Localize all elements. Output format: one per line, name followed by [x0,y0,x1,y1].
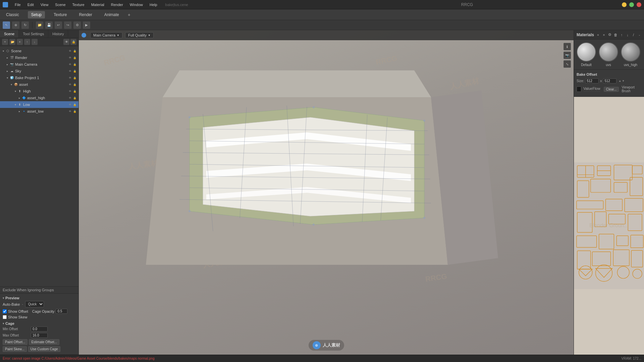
tree-lock-asset-high[interactable]: 🔒 [72,96,77,100]
tree-item-asset[interactable]: ▾ 📦 asset 👁 🔒 [0,81,78,88]
tree-eye-camera[interactable]: 👁 [68,62,72,67]
scene-tree-delete-btn[interactable]: × [17,39,23,45]
menu-window[interactable]: Window [127,2,146,7]
menu-edit[interactable]: Edit [25,2,37,7]
bake-size-up[interactable]: ▲ [619,79,621,82]
tree-item-asset-low[interactable]: ▸ 🔹 asset_low 👁 🔒 [0,108,78,115]
tab-classic[interactable]: Classic [3,11,22,18]
estimate-offset-button[interactable]: Estimate Offset... [29,339,59,345]
bake-color-swatch[interactable] [577,86,581,92]
scene-tree-eye-btn[interactable]: 👁 [63,39,69,45]
tree-lock-render[interactable]: 🔒 [72,55,77,60]
clear-button[interactable]: Clear... [604,87,619,92]
tree-lock-bake[interactable]: 🔒 [72,75,77,80]
minimize-button[interactable] [622,2,627,7]
tree-eye-low[interactable]: 👁 [68,102,72,107]
vp-info-btn[interactable]: ℹ [564,43,571,50]
tree-arrow-render[interactable]: ▸ [5,56,9,60]
cage-opacity-input[interactable]: 0.5 [56,309,67,314]
tree-lock-high[interactable]: 🔒 [72,89,77,94]
viewport-brush-btn[interactable]: Viewport Brush [622,85,641,93]
scene-tree-down-btn[interactable]: ↓ [32,39,38,45]
menu-texture[interactable]: Texture [70,2,87,7]
tree-eye-high[interactable]: 👁 [68,89,72,94]
scene-tree-lock-btn[interactable]: 🔒 [70,39,76,45]
redo-icon[interactable]: ↪ [64,21,71,29]
tree-arrow-high[interactable]: ▾ [13,89,17,93]
material-default[interactable]: Default [577,42,596,67]
tree-eye-bake[interactable]: 👁 [68,75,72,80]
menu-scene[interactable]: Scene [52,2,68,7]
tree-lock-low[interactable]: 🔒 [72,102,77,107]
settings-icon[interactable]: ⚙ [73,21,81,29]
tree-lock-asset[interactable]: 🔒 [72,82,77,87]
save-icon[interactable]: 💾 [45,21,53,29]
tree-eye-scene[interactable]: 👁 [68,49,72,53]
menu-file[interactable]: File [12,2,23,7]
tree-arrow-low[interactable]: ▾ [13,103,17,107]
tree-lock-sky[interactable]: 🔒 [72,69,77,73]
mat-up-btn[interactable]: ↑ [620,32,624,38]
bake-size-width[interactable] [585,78,599,83]
vp-camera-btn[interactable]: 📷 [564,52,571,59]
show-skew-checkbox[interactable] [3,315,7,319]
tree-lock-camera[interactable]: 🔒 [72,62,77,67]
auto-bake-dropdown[interactable]: Quick Full [25,301,44,307]
tree-arrow-sky[interactable]: ▸ [5,69,9,73]
tab-render[interactable]: Render [75,11,95,18]
close-button[interactable] [637,2,641,7]
preview-section-header[interactable]: ▾ Preview [3,295,76,301]
folder-icon[interactable]: 📁 [36,21,43,29]
tree-lock-scene[interactable]: 🔒 [72,49,77,53]
scene-tree-up-btn[interactable]: ↑ [24,39,30,45]
mat-remove-btn[interactable]: × [602,32,606,38]
tab-setup[interactable]: Setup [28,11,45,18]
tree-lock-asset-low[interactable]: 🔒 [72,109,77,114]
panel-tab-scene[interactable]: Scene [0,30,19,38]
mat-slash-btn[interactable]: / [632,32,636,38]
menu-material[interactable]: Material [89,2,107,7]
tree-eye-asset[interactable]: 👁 [68,82,72,87]
panel-tab-history[interactable]: History [48,30,68,38]
menu-render[interactable]: Render [108,2,126,7]
tree-arrow-asset-low[interactable]: ▸ [17,109,21,113]
render-icon[interactable]: ▶ [83,21,90,29]
vp-expand-btn[interactable]: ⤡ [564,60,571,68]
mat-minus-btn[interactable]: - [637,32,641,38]
tree-item-high[interactable]: ▾ ⬆ High 👁 🔒 [0,88,78,95]
scene-tree-folder-btn[interactable]: 📂 [9,39,15,45]
tree-eye-asset-low[interactable]: 👁 [68,109,72,114]
tab-animate[interactable]: Animate [101,11,122,18]
material-uvs-high[interactable]: uvs_high [621,42,640,67]
mat-down-btn[interactable]: ↓ [626,32,630,38]
tree-arrow-asset[interactable]: ▾ [9,82,13,86]
min-offset-input[interactable]: 0.0 [31,326,48,331]
tree-item-camera[interactable]: ▸ 📷 Main Camera 👁 🔒 [0,61,78,68]
bake-size-down[interactable]: ▼ [622,79,625,82]
show-offset-checkbox[interactable] [3,309,7,313]
tree-arrow-asset-high[interactable]: ▸ [17,96,21,100]
bake-size-height[interactable] [603,78,616,83]
add-tab-button[interactable]: + [128,12,130,17]
maximize-button[interactable] [629,2,634,7]
paint-skew-button[interactable]: Paint Skew... [3,346,27,352]
tree-item-low[interactable]: ▾ ⬇ Low 👁 🔒 [0,101,78,108]
tree-item-sky[interactable]: ▸ ☁ Sky 👁 🔒 [0,68,78,74]
tree-arrow-camera[interactable]: ▸ [5,62,9,66]
scene-tree-add-btn[interactable]: + [2,39,8,45]
tree-item-render[interactable]: ▸ 🎬 Render 👁 🔒 [0,54,78,61]
mat-add-btn[interactable]: + [596,32,600,38]
max-offset-input[interactable]: 16.0 [31,333,48,338]
tree-eye-sky[interactable]: 👁 [68,69,72,73]
use-custom-cage-button[interactable]: Use Custom Cage [28,346,60,352]
paint-offset-button[interactable]: Paint Offset... [3,339,28,345]
material-uvs[interactable]: uvs [599,42,618,67]
tree-arrow-bake[interactable]: ▾ [5,76,9,80]
select-tool-button[interactable]: ↖ [3,21,10,29]
tree-item-bake-project[interactable]: ▾ 🧊 Bake Project 1 👁 🔒 [0,74,78,81]
menu-view[interactable]: View [38,2,51,7]
move-tool-button[interactable]: ⊕ [12,21,19,29]
tree-eye-asset-high[interactable]: 👁 [68,96,72,100]
tab-texture[interactable]: Texture [50,11,70,18]
tree-item-asset-high[interactable]: ▸ 🔷 asset_high 👁 🔒 [0,95,78,101]
